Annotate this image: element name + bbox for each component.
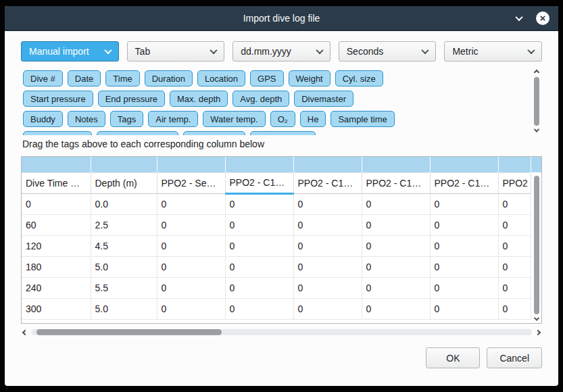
field-separator-value: Tab [135, 46, 151, 57]
tag-dive[interactable]: Dive # [23, 70, 63, 87]
table-cell: 0 [430, 193, 498, 214]
chevron-down-icon [422, 47, 429, 54]
tag-rows: Dive #DateTimeDurationLocationGPSWeightC… [23, 70, 527, 135]
tag-sample-pressure[interactable]: Sample pressure [97, 131, 178, 135]
dialog-button-row: OK Cancel [21, 347, 542, 368]
tag-panel-scrollbar[interactable] [532, 69, 541, 134]
chevron-down-icon [515, 13, 522, 20]
scrollbar-thumb[interactable] [36, 329, 222, 335]
table-cell: 0 [157, 214, 225, 235]
tag-o[interactable]: O₂ [270, 111, 295, 127]
column-drop-cell[interactable] [498, 157, 531, 172]
date-format-select[interactable]: dd.mm.yyyy [232, 41, 331, 62]
scroll-down-icon[interactable] [533, 126, 539, 132]
tag-date[interactable]: Date [68, 70, 101, 87]
tag-divemaster[interactable]: Divemaster [294, 91, 353, 107]
column-header[interactable]: PPO2 - C1… [430, 172, 498, 193]
column-drop-cell[interactable] [157, 157, 225, 172]
window-frame: Import dive log file × Manual import Tab [0, 0, 563, 392]
table-cell: 5.0 [91, 256, 157, 277]
column-header[interactable]: PPO2 - C1… [293, 172, 362, 193]
scroll-up-icon[interactable] [533, 70, 539, 75]
chevron-down-icon [316, 47, 323, 54]
table-cell: 180 [22, 256, 91, 277]
tag-time[interactable]: Time [105, 70, 139, 87]
column-header[interactable]: Depth (m) [91, 172, 157, 193]
table-cell: 0 [498, 256, 531, 277]
column-header[interactable]: Dive Time … [22, 172, 91, 193]
table-cell: 5.0 [91, 298, 157, 319]
scroll-left-icon[interactable] [22, 329, 28, 335]
titlebar[interactable]: Import dive log file × [5, 6, 558, 31]
tag-location[interactable]: Location [197, 70, 245, 87]
tag-water-temp[interactable]: Water temp. [203, 111, 265, 127]
tag-weight[interactable]: Weight [289, 70, 331, 87]
scrollbar-track[interactable] [31, 329, 532, 335]
import-source-value: Manual import [29, 46, 89, 57]
column-drop-cell[interactable] [362, 157, 430, 172]
table-cell: 0 [293, 277, 362, 298]
table-cell: 0 [157, 235, 225, 256]
import-source-select[interactable]: Manual import [21, 41, 119, 62]
column-header-row: Dive Time …Depth (m)PPO2 - Se…PPO2 - C1…… [22, 172, 531, 193]
tag-end-pressure[interactable]: End pressure [98, 91, 165, 107]
tag-gps[interactable]: GPS [250, 70, 283, 87]
tag-duration[interactable]: Duration [145, 70, 193, 87]
cancel-button[interactable]: Cancel [487, 347, 542, 368]
tag-tags[interactable]: Tags [110, 111, 143, 127]
table-cell: 0 [430, 214, 498, 235]
chevron-down-icon [210, 47, 218, 54]
chevron-down-icon [104, 47, 112, 54]
scroll-right-icon[interactable] [535, 329, 541, 335]
shade-button[interactable] [513, 12, 525, 24]
table-cell: 0 [498, 235, 531, 256]
table-cell: 0 [293, 214, 362, 235]
table-cell: 5.5 [91, 277, 157, 298]
ok-button[interactable]: OK [426, 347, 480, 368]
scroll-down-icon[interactable] [533, 315, 539, 320]
tag-avg-depth[interactable]: Avg. depth [232, 91, 289, 107]
column-drop-cell[interactable] [430, 157, 498, 172]
window-title: Import dive log file [243, 13, 320, 24]
units-value: Metric [452, 46, 478, 57]
tag-air-temp[interactable]: Air temp. [148, 111, 198, 127]
field-separator-select[interactable]: Tab [127, 41, 225, 62]
tag-max-depth[interactable]: Max. depth [170, 91, 228, 107]
table-cell: 0 [498, 193, 531, 214]
table-row: 00.0000000 [22, 193, 531, 214]
table-hscrollbar[interactable] [21, 327, 542, 337]
table-cell: 300 [22, 298, 91, 319]
tag-row: Dive #DateTimeDurationLocationGPSWeightC… [23, 70, 527, 87]
scrollbar-thumb[interactable] [534, 77, 539, 126]
column-drop-cell[interactable] [225, 157, 293, 172]
duration-format-value: Seconds [347, 46, 383, 57]
tag-sample-po[interactable]: Sample pO₂ [183, 131, 245, 135]
drag-hint-label: Drag the tags above to each correspondin… [22, 139, 542, 149]
tag-row: Start pressureEnd pressureMax. depthAvg.… [23, 91, 527, 107]
table-cell: 240 [22, 277, 91, 298]
column-drop-cell[interactable] [91, 157, 157, 172]
units-select[interactable]: Metric [444, 41, 542, 62]
table-cell: 0 [293, 298, 362, 319]
tag-notes[interactable]: Notes [68, 111, 105, 127]
column-header[interactable]: PPO2 - C1… [225, 172, 293, 193]
tag-sample-depth[interactable]: Sample depth [23, 131, 92, 135]
column-header[interactable]: PPO2 - Se… [157, 172, 225, 193]
table-cell: 0 [430, 256, 498, 277]
column-drop-cell[interactable] [293, 157, 362, 172]
tag-he[interactable]: He [300, 111, 326, 127]
titlebar-buttons: × [513, 6, 549, 30]
table-vscrollbar[interactable] [532, 173, 541, 322]
tag-buddy[interactable]: Buddy [23, 111, 63, 127]
tag-cyl-size[interactable]: Cyl. size [335, 70, 383, 87]
duration-format-select[interactable]: Seconds [339, 41, 437, 62]
close-button[interactable]: × [536, 11, 549, 25]
column-drop-cell[interactable] [22, 157, 91, 172]
table-row: 3005.0000000 [22, 298, 531, 319]
tag-start-pressure[interactable]: Start pressure [23, 91, 93, 107]
tag-sample-time[interactable]: Sample time [331, 111, 394, 127]
tag-sample-cns[interactable]: Sample CNS [250, 131, 316, 135]
scrollbar-thumb[interactable] [534, 176, 539, 314]
column-header[interactable]: PPO2 - C1… [498, 172, 531, 193]
column-header[interactable]: PPO2 - C1… [362, 172, 430, 193]
